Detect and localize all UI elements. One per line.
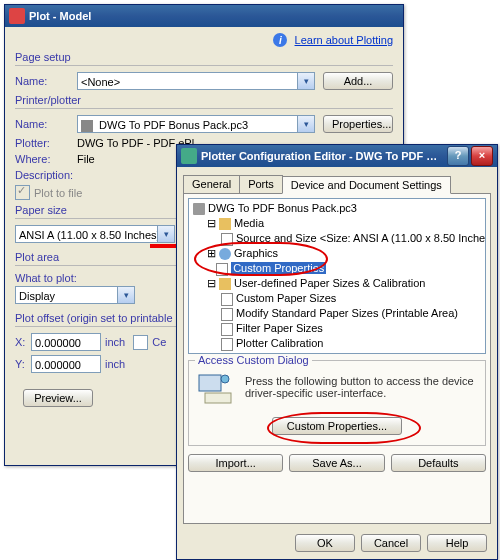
x-unit: inch xyxy=(105,336,125,348)
tree-root[interactable]: DWG To PDF Bonus Pack.pc3 xyxy=(191,201,483,216)
gear-icon xyxy=(219,248,231,260)
custom-properties-button[interactable]: Custom Properties... xyxy=(272,417,402,435)
tree-modify-std[interactable]: Modify Standard Paper Sizes (Printable A… xyxy=(191,306,483,321)
properties-button[interactable]: Properties... xyxy=(323,115,393,133)
editor-title: Plotter Configuration Editor - DWG To PD… xyxy=(201,150,445,162)
tree-custom-properties[interactable]: Custom Properties xyxy=(191,261,483,276)
folder-icon xyxy=(219,218,231,230)
tree-source-size[interactable]: Source and Size <Size: ANSI A (11.00 x 8… xyxy=(191,231,483,246)
page-setup-combo[interactable]: <None> ▾ xyxy=(77,72,315,90)
info-icon: i xyxy=(273,33,287,47)
name-label: Name: xyxy=(15,75,77,87)
tab-ports[interactable]: Ports xyxy=(239,175,283,193)
paper-size-combo[interactable]: ANSI A (11.00 x 8.50 Inches) ▾ xyxy=(15,225,175,243)
preview-button[interactable]: Preview... xyxy=(23,389,93,407)
access-dialog-legend: Access Custom Dialog xyxy=(195,354,312,366)
tab-general[interactable]: General xyxy=(183,175,240,193)
save-as-button[interactable]: Save As... xyxy=(289,454,384,472)
tabs: General Ports Device and Document Settin… xyxy=(183,175,491,194)
plot-title: Plot - Model xyxy=(29,10,91,22)
folder-icon xyxy=(219,278,231,290)
page-setup-label: Page setup xyxy=(15,51,393,63)
tab-content: DWG To PDF Bonus Pack.pc3 ⊟ Media Source… xyxy=(183,194,491,524)
y-unit: inch xyxy=(105,358,125,370)
plot-titlebar[interactable]: Plot - Model xyxy=(5,5,403,27)
plot-to-file-label: Plot to file xyxy=(34,187,82,199)
tree-user-defined[interactable]: ⊟ User-defined Paper Sizes & Calibration xyxy=(191,276,483,291)
tree-graphics[interactable]: ⊞ Graphics xyxy=(191,246,483,261)
cancel-button[interactable]: Cancel xyxy=(361,534,421,552)
defaults-button[interactable]: Defaults xyxy=(391,454,486,472)
help-titlebar-button[interactable]: ? xyxy=(447,146,469,166)
page-icon xyxy=(221,293,233,306)
page-icon xyxy=(221,323,233,336)
import-button[interactable]: Import... xyxy=(188,454,283,472)
device-icon xyxy=(195,369,235,405)
what-to-plot-combo[interactable]: Display ▾ xyxy=(15,286,135,304)
access-custom-dialog-group: Access Custom Dialog Press the following… xyxy=(188,360,486,446)
plotter-config-dialog: Plotter Configuration Editor - DWG To PD… xyxy=(176,144,498,560)
tree-plotter-calib[interactable]: Plotter Calibration xyxy=(191,336,483,351)
help-button[interactable]: Help xyxy=(427,534,487,552)
what-to-plot-value: Display xyxy=(19,290,55,302)
chevron-down-icon: ▾ xyxy=(297,73,314,89)
close-button[interactable]: × xyxy=(471,146,493,166)
printer-icon xyxy=(193,203,205,215)
printer-name-label: Name: xyxy=(15,118,77,130)
plotter-label: Plotter: xyxy=(15,137,77,149)
editor-app-icon xyxy=(181,148,197,164)
learn-plotting-link[interactable]: Learn about Plotting xyxy=(295,34,393,46)
add-button[interactable]: Add... xyxy=(323,72,393,90)
y-input[interactable]: 0.000000 xyxy=(31,355,101,373)
page-icon xyxy=(221,233,233,246)
printer-name-value: DWG To PDF Bonus Pack.pc3 xyxy=(99,119,248,131)
where-label: Where: xyxy=(15,153,77,165)
x-input[interactable]: 0.000000 xyxy=(31,333,101,351)
printer-combo[interactable]: DWG To PDF Bonus Pack.pc3 ▾ xyxy=(77,115,315,133)
dialog-buttons: OK Cancel Help xyxy=(177,528,497,558)
where-value: File xyxy=(77,153,95,165)
page-icon xyxy=(221,338,233,351)
chevron-down-icon: ▾ xyxy=(117,287,134,303)
tree-custom-paper[interactable]: Custom Paper Sizes xyxy=(191,291,483,306)
editor-titlebar[interactable]: Plotter Configuration Editor - DWG To PD… xyxy=(177,145,497,167)
printer-plotter-label: Printer/plotter xyxy=(15,94,393,106)
printer-icon xyxy=(81,120,93,132)
ok-button[interactable]: OK xyxy=(295,534,355,552)
tree-filter-paper[interactable]: Filter Paper Sizes xyxy=(191,321,483,336)
center-label: Ce xyxy=(152,336,166,348)
y-label: Y: xyxy=(15,358,31,370)
svg-point-2 xyxy=(221,375,229,383)
description-label: Description: xyxy=(15,169,77,181)
chevron-down-icon: ▾ xyxy=(297,116,314,132)
page-setup-value: <None> xyxy=(81,76,120,88)
tree-media[interactable]: ⊟ Media xyxy=(191,216,483,231)
svg-rect-0 xyxy=(199,375,221,391)
page-icon xyxy=(216,263,228,276)
paper-size-value: ANSI A (11.00 x 8.50 Inches) xyxy=(19,229,160,241)
access-dialog-text: Press the following button to access the… xyxy=(245,375,479,399)
x-label: X: xyxy=(15,336,31,348)
app-icon xyxy=(9,8,25,24)
settings-tree[interactable]: DWG To PDF Bonus Pack.pc3 ⊟ Media Source… xyxy=(188,198,486,354)
tab-device-settings[interactable]: Device and Document Settings xyxy=(282,176,451,194)
svg-rect-1 xyxy=(205,393,231,403)
chevron-down-icon: ▾ xyxy=(157,226,174,242)
page-icon xyxy=(221,308,233,321)
plot-to-file-checkbox[interactable]: ✓ xyxy=(15,185,30,200)
center-checkbox[interactable] xyxy=(133,335,148,350)
